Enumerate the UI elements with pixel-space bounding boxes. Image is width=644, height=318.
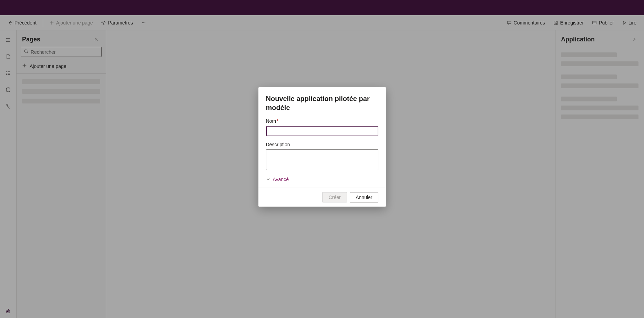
create-button[interactable]: Créer bbox=[322, 192, 347, 202]
chevron-down-icon bbox=[266, 177, 270, 182]
new-app-dialog: Nouvelle application pilotée par modèle … bbox=[258, 87, 386, 207]
description-textarea[interactable] bbox=[266, 149, 378, 170]
name-label: Nom* bbox=[266, 118, 378, 124]
name-input[interactable] bbox=[266, 126, 378, 136]
dialog-title: Nouvelle application pilotée par modèle bbox=[266, 94, 378, 112]
cancel-button[interactable]: Annuler bbox=[350, 192, 378, 202]
advanced-toggle[interactable]: Avancé bbox=[266, 177, 378, 182]
modal-overlay[interactable]: Nouvelle application pilotée par modèle … bbox=[0, 0, 644, 318]
advanced-label: Avancé bbox=[273, 177, 289, 182]
description-label: Description bbox=[266, 142, 378, 147]
